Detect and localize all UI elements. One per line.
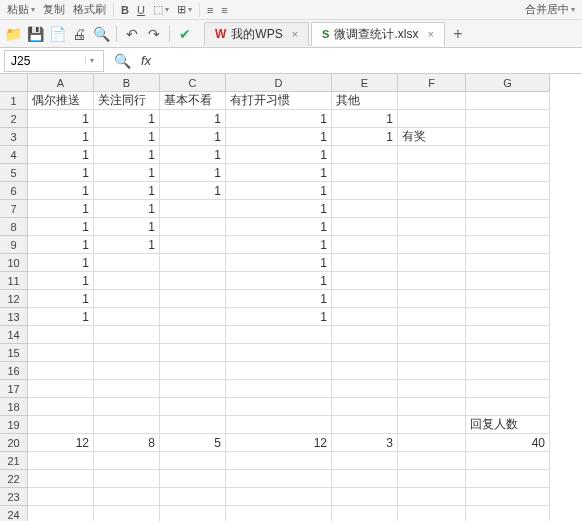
cell-B21[interactable] xyxy=(94,452,160,470)
bold-button[interactable]: B xyxy=(118,4,132,16)
cell-G17[interactable] xyxy=(466,380,550,398)
cell-F18[interactable] xyxy=(398,398,466,416)
row-header-5[interactable]: 5 xyxy=(0,164,28,182)
cell-F17[interactable] xyxy=(398,380,466,398)
cell-A10[interactable]: 1 xyxy=(28,254,94,272)
cell-F21[interactable] xyxy=(398,452,466,470)
cell-D20[interactable]: 12 xyxy=(226,434,332,452)
cell-C20[interactable]: 5 xyxy=(160,434,226,452)
row-header-8[interactable]: 8 xyxy=(0,218,28,236)
cell-B23[interactable] xyxy=(94,488,160,506)
cell-F19[interactable] xyxy=(398,416,466,434)
cell-D9[interactable]: 1 xyxy=(226,236,332,254)
cell-D16[interactable] xyxy=(226,362,332,380)
cell-F1[interactable] xyxy=(398,92,466,110)
cell-A8[interactable]: 1 xyxy=(28,218,94,236)
cell-F24[interactable] xyxy=(398,506,466,521)
cell-G5[interactable] xyxy=(466,164,550,182)
close-icon[interactable]: × xyxy=(292,28,298,40)
cell-D5[interactable]: 1 xyxy=(226,164,332,182)
cell-A14[interactable] xyxy=(28,326,94,344)
chevron-down-icon[interactable]: ▾ xyxy=(85,56,98,65)
name-box[interactable]: ▾ xyxy=(4,50,104,72)
cell-A3[interactable]: 1 xyxy=(28,128,94,146)
cell-A23[interactable] xyxy=(28,488,94,506)
cell-B2[interactable]: 1 xyxy=(94,110,160,128)
cell-B3[interactable]: 1 xyxy=(94,128,160,146)
column-header-G[interactable]: G xyxy=(466,74,550,92)
cell-A2[interactable]: 1 xyxy=(28,110,94,128)
fx-label[interactable]: fx xyxy=(141,53,151,68)
border-button[interactable]: ⊞▾ xyxy=(174,3,195,16)
cell-D6[interactable]: 1 xyxy=(226,182,332,200)
cell-A4[interactable]: 1 xyxy=(28,146,94,164)
cell-A18[interactable] xyxy=(28,398,94,416)
cell-E3[interactable]: 1 xyxy=(332,128,398,146)
cell-D23[interactable] xyxy=(226,488,332,506)
cell-D13[interactable]: 1 xyxy=(226,308,332,326)
cell-F7[interactable] xyxy=(398,200,466,218)
cell-F22[interactable] xyxy=(398,470,466,488)
redo-icon[interactable]: ↷ xyxy=(145,25,163,43)
row-header-11[interactable]: 11 xyxy=(0,272,28,290)
cell-E16[interactable] xyxy=(332,362,398,380)
row-header-12[interactable]: 12 xyxy=(0,290,28,308)
align-left-button[interactable]: ≡ xyxy=(204,4,216,16)
row-header-10[interactable]: 10 xyxy=(0,254,28,272)
cell-A9[interactable]: 1 xyxy=(28,236,94,254)
cell-E4[interactable] xyxy=(332,146,398,164)
cell-E6[interactable] xyxy=(332,182,398,200)
cell-F10[interactable] xyxy=(398,254,466,272)
cell-B7[interactable]: 1 xyxy=(94,200,160,218)
cell-F5[interactable] xyxy=(398,164,466,182)
cell-E13[interactable] xyxy=(332,308,398,326)
cell-C16[interactable] xyxy=(160,362,226,380)
column-header-A[interactable]: A xyxy=(28,74,94,92)
cell-C3[interactable]: 1 xyxy=(160,128,226,146)
cell-B4[interactable]: 1 xyxy=(94,146,160,164)
cell-B10[interactable] xyxy=(94,254,160,272)
row-header-15[interactable]: 15 xyxy=(0,344,28,362)
cell-B12[interactable] xyxy=(94,290,160,308)
cell-A19[interactable] xyxy=(28,416,94,434)
print-icon[interactable]: 🖨 xyxy=(70,25,88,43)
cell-E23[interactable] xyxy=(332,488,398,506)
cell-F4[interactable] xyxy=(398,146,466,164)
cell-D15[interactable] xyxy=(226,344,332,362)
cell-F20[interactable] xyxy=(398,434,466,452)
cell-G23[interactable] xyxy=(466,488,550,506)
cell-G22[interactable] xyxy=(466,470,550,488)
cell-B9[interactable]: 1 xyxy=(94,236,160,254)
cell-C7[interactable] xyxy=(160,200,226,218)
cell-D12[interactable]: 1 xyxy=(226,290,332,308)
cell-E18[interactable] xyxy=(332,398,398,416)
cell-C4[interactable]: 1 xyxy=(160,146,226,164)
cell-C19[interactable] xyxy=(160,416,226,434)
cell-C1[interactable]: 基本不看 xyxy=(160,92,226,110)
row-header-21[interactable]: 21 xyxy=(0,452,28,470)
column-header-E[interactable]: E xyxy=(332,74,398,92)
cell-G14[interactable] xyxy=(466,326,550,344)
cell-F14[interactable] xyxy=(398,326,466,344)
cell-B19[interactable] xyxy=(94,416,160,434)
cell-B22[interactable] xyxy=(94,470,160,488)
row-header-18[interactable]: 18 xyxy=(0,398,28,416)
cell-A12[interactable]: 1 xyxy=(28,290,94,308)
cell-C11[interactable] xyxy=(160,272,226,290)
cell-E1[interactable]: 其他 xyxy=(332,92,398,110)
cell-F15[interactable] xyxy=(398,344,466,362)
cell-F13[interactable] xyxy=(398,308,466,326)
cell-B18[interactable] xyxy=(94,398,160,416)
close-icon[interactable]: × xyxy=(427,28,433,40)
cell-F9[interactable] xyxy=(398,236,466,254)
row-header-4[interactable]: 4 xyxy=(0,146,28,164)
cell-E2[interactable]: 1 xyxy=(332,110,398,128)
row-header-20[interactable]: 20 xyxy=(0,434,28,452)
row-header-6[interactable]: 6 xyxy=(0,182,28,200)
cell-F8[interactable] xyxy=(398,218,466,236)
cell-D17[interactable] xyxy=(226,380,332,398)
row-header-14[interactable]: 14 xyxy=(0,326,28,344)
cell-A24[interactable] xyxy=(28,506,94,521)
cell-G10[interactable] xyxy=(466,254,550,272)
cell-E19[interactable] xyxy=(332,416,398,434)
